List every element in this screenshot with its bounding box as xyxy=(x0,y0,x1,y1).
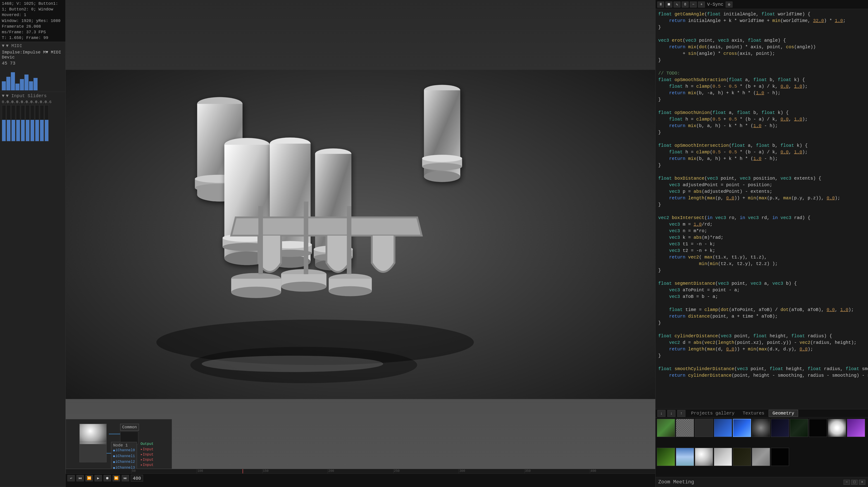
play-btn[interactable]: ▶ xyxy=(95,475,102,481)
input-slider[interactable] xyxy=(21,105,25,141)
thumb-item[interactable] xyxy=(771,419,789,437)
thumb-item[interactable] xyxy=(752,448,770,466)
midi-device-label: Impulse:Impulse M▼ MIDI Devic xyxy=(2,50,64,60)
main-container: 1468; V: 1025; Button1: 1; Button2: 0; W… xyxy=(0,0,868,487)
stop-btn[interactable]: ⏹ xyxy=(665,2,672,7)
code-line: vec3 t1 = -n - k; xyxy=(658,241,865,247)
svg-point-12 xyxy=(422,155,462,162)
thumb-item[interactable] xyxy=(828,419,846,437)
input-slider[interactable] xyxy=(26,105,30,141)
time-frame: T: 1.650; Frame: 99 xyxy=(2,35,64,41)
slider-labels-row: 0.6 0.6 0.6 0.6 0.6 0.6 0.6 0.6 0.6 0.6 xyxy=(2,100,64,104)
code-line: vec3 aToB = b - a; xyxy=(658,293,865,300)
tab-projects-gallery[interactable]: Projects gallery xyxy=(687,410,738,417)
node-preview-2 xyxy=(80,442,106,462)
scene-svg xyxy=(66,0,655,469)
input-2: ▸Input xyxy=(141,452,154,457)
svg-point-45 xyxy=(202,355,383,372)
minus-btn[interactable]: − xyxy=(690,2,697,7)
code-line: return mix(b, a, h) - k * h * (1.0 - h); xyxy=(658,122,865,129)
sliders-collapse-icon[interactable]: ▼ xyxy=(2,93,4,98)
thumb-item[interactable] xyxy=(695,419,713,437)
code-line: vec3 n = m*ro; xyxy=(658,228,865,234)
thumb-item[interactable] xyxy=(657,448,675,466)
common-label: Common xyxy=(120,424,139,431)
input-slider[interactable] xyxy=(2,105,6,141)
tick: 50 xyxy=(131,469,197,474)
svg-rect-41 xyxy=(258,206,263,274)
slider-label: 0.6 xyxy=(11,100,16,104)
step-back-btn[interactable]: ⏪ xyxy=(86,475,93,481)
midi-bar xyxy=(29,81,33,90)
code-editor[interactable]: float getCamAngle(float initialAngle, fl… xyxy=(655,9,868,409)
thumb-item[interactable] xyxy=(714,448,732,466)
input-sliders-header: ▼ ▼ Input Sliders xyxy=(2,93,64,98)
code-line: return initialAngle + k * worldTime + mi… xyxy=(658,18,865,24)
record-btn[interactable]: ⏺ xyxy=(104,475,111,481)
gallery-export-btn[interactable]: ↑ xyxy=(677,410,685,417)
code-line: float opSmoothUnion(float a, float b, fl… xyxy=(658,109,865,116)
input-slider[interactable] xyxy=(11,105,16,141)
thumb-item[interactable] xyxy=(809,419,827,437)
edit-btn[interactable]: ✎ xyxy=(674,2,680,7)
code-line: return cylinderDistance(point, height - … xyxy=(658,372,865,379)
thumb-item[interactable] xyxy=(733,448,751,466)
thumb-item[interactable] xyxy=(657,419,675,437)
input-sliders-panel: ▼ ▼ Input Sliders 0.6 0.6 0.6 0.6 0.6 0.… xyxy=(0,92,65,487)
timeline: 50 100 150 200 250 300 350 400 ↩ ⏮ ⏪ ▶ ⏺… xyxy=(66,469,655,487)
tab-textures[interactable]: Textures xyxy=(739,410,768,417)
loop-btn[interactable]: ↩ xyxy=(67,475,75,481)
thumb-item[interactable] xyxy=(676,448,694,466)
plus-btn[interactable]: + xyxy=(698,2,705,7)
code-line xyxy=(658,31,865,37)
gallery-tabs: Projects gallery Textures Geometry xyxy=(687,410,798,417)
gallery-upload-btn[interactable]: ↓ xyxy=(657,410,665,417)
thumb-item[interactable] xyxy=(847,419,865,437)
zoom-maximize-btn[interactable]: □ xyxy=(851,480,858,485)
step-fwd-btn[interactable]: ⏩ xyxy=(113,475,120,481)
midi-collapse-icon[interactable]: ▼ xyxy=(2,43,4,49)
window-size: Window: 1920; yRes: 1080 xyxy=(2,18,64,24)
input-slider[interactable] xyxy=(16,105,20,141)
tick: 100 xyxy=(197,469,262,474)
input-slider[interactable] xyxy=(35,105,39,141)
gallery-thumbs xyxy=(655,418,868,477)
input-slider[interactable] xyxy=(44,105,49,141)
gallery-toolbar: ↓ ↓ ↑ Projects gallery Textures Geometry xyxy=(655,409,868,418)
node-preview-1 xyxy=(80,424,106,444)
gallery-download-btn[interactable]: ↓ xyxy=(667,410,676,417)
zoom-bar: Zoom Meeting − □ × xyxy=(655,477,868,487)
thumb-item[interactable] xyxy=(752,419,770,437)
channel-0: iChannel0 xyxy=(113,448,135,454)
pause-btn[interactable]: ⏸ xyxy=(657,2,664,7)
code-line: vec3 adjustedPoint = point - position; xyxy=(658,182,865,188)
thumb-item[interactable] xyxy=(676,419,694,437)
tab-geometry[interactable]: Geometry xyxy=(769,410,798,417)
right-panel: ⏸ ⏹ ✎ 8 − + V-Sync ⚙ float getCamAngle(f… xyxy=(655,0,868,487)
timeline-playhead[interactable] xyxy=(243,469,243,474)
thumb-item[interactable] xyxy=(695,448,713,466)
thumb-item[interactable] xyxy=(714,419,732,437)
input-slider[interactable] xyxy=(6,105,11,141)
midi-bar xyxy=(20,79,24,90)
zoom-close-btn[interactable]: × xyxy=(859,480,865,485)
code-line: vec3 t2 = -n + k; xyxy=(658,247,865,254)
forward-btn[interactable]: ⏭ xyxy=(122,475,129,481)
num-btn[interactable]: 8 xyxy=(682,2,688,7)
code-line xyxy=(658,300,865,307)
thumb-item-selected[interactable] xyxy=(733,419,751,437)
input-slider[interactable] xyxy=(30,105,34,141)
slider-label: 0.6 xyxy=(30,100,34,104)
timeline-controls: ↩ ⏮ ⏪ ▶ ⏺ ⏩ ⏭ 400 xyxy=(66,474,655,483)
code-line xyxy=(658,136,865,142)
zoom-minimize-btn[interactable]: − xyxy=(843,480,850,485)
thumb-item[interactable] xyxy=(790,419,808,437)
midi-label: ▼ MIDI xyxy=(6,43,22,49)
code-line: return distance(point, a + time * aToB); xyxy=(658,313,865,320)
code-line: return length(max(p, 0.0)) + min(max(p.x… xyxy=(658,195,865,201)
thumb-item[interactable] xyxy=(771,448,789,466)
rewind-btn[interactable]: ⏮ xyxy=(76,475,84,481)
input-slider[interactable] xyxy=(40,105,44,141)
settings-btn[interactable]: ⚙ xyxy=(726,2,733,7)
output-main: Output xyxy=(141,442,154,446)
